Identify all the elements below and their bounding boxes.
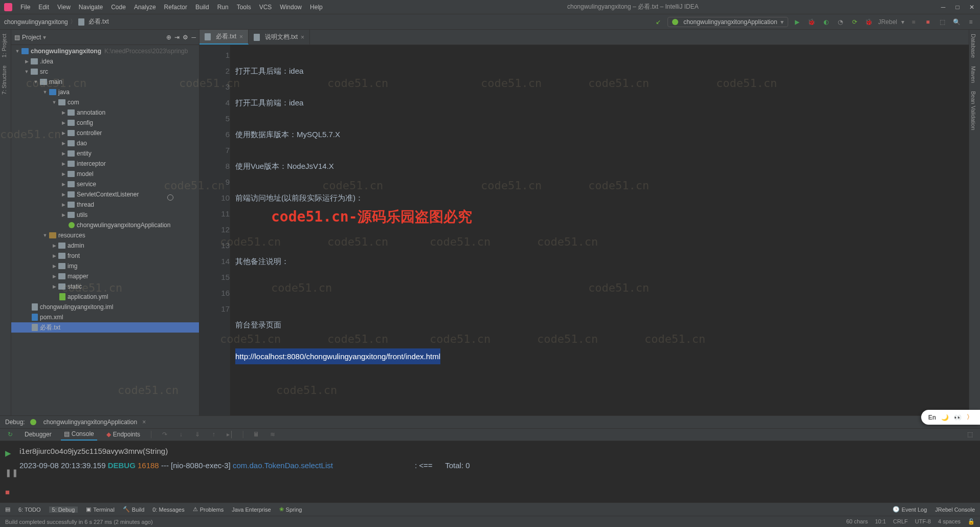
expand-icon[interactable]: ▼ — [32, 79, 40, 84]
debug-tab-endpoints[interactable]: ◆Endpoints — [103, 429, 143, 441]
jrebel-label[interactable]: JRebel — [878, 18, 897, 26]
bottom-tab-problems[interactable]: ⚠Problems — [193, 506, 224, 513]
rerun-icon[interactable]: ↻ — [5, 429, 15, 440]
status-line-sep[interactable]: CRLF — [893, 518, 908, 525]
collapse-icon[interactable]: ▶ — [59, 182, 68, 187]
tree-main[interactable]: ▼main — [11, 77, 199, 87]
tree-src[interactable]: ▼src — [11, 67, 199, 77]
tree-com[interactable]: ▼com — [11, 97, 199, 107]
tree-res-static[interactable]: ▶static — [11, 281, 199, 292]
ime-floater[interactable]: En 🌙 👀 〉 — [921, 410, 980, 425]
code-line[interactable] — [235, 222, 964, 237]
collapse-icon[interactable]: ▶ — [59, 130, 68, 136]
tree-res-img[interactable]: ▶img — [11, 261, 199, 271]
debug-button[interactable]: 🐞 — [807, 17, 817, 27]
tree-iml[interactable]: chongwulingyangxitong.iml — [11, 302, 199, 312]
menu-code[interactable]: Code — [107, 0, 130, 14]
tab-bikan[interactable]: 必看.txt × — [199, 30, 249, 45]
tree-pkg-config[interactable]: ▶config — [11, 118, 199, 128]
code-line[interactable]: 前台登录页面 — [235, 317, 964, 333]
collapse-icon[interactable]: ▶ — [59, 202, 68, 207]
breadcrumb-root[interactable]: chongwulingyangxitong — [4, 18, 68, 26]
tree-pkg-entity[interactable]: ▶entity — [11, 148, 199, 159]
minimize-panel-icon[interactable]: ─ — [191, 34, 196, 41]
coverage-button[interactable]: ◐ — [821, 17, 831, 27]
collapse-icon[interactable]: ▶ — [59, 212, 68, 217]
tree-res-front[interactable]: ▶front — [11, 251, 199, 261]
menu-help[interactable]: Help — [306, 0, 327, 14]
bottom-tab-todo[interactable]: 6: TODO — [18, 507, 41, 513]
tree-pkg-interceptor[interactable]: ▶interceptor — [11, 159, 199, 169]
tree-java[interactable]: ▼java — [11, 87, 199, 97]
force-step-into-icon[interactable]: ⇓ — [192, 429, 203, 440]
tree-pom[interactable]: pom.xml — [11, 312, 199, 322]
bottom-tab-build[interactable]: 🔨Build — [123, 506, 144, 513]
tree-pkg-annotation[interactable]: ▶annotation — [11, 107, 199, 118]
collapse-icon[interactable]: ▶ — [59, 171, 68, 177]
code-line[interactable]: 前端访问地址(以前段实际运行为准)： — [235, 190, 964, 206]
tree-pkg-controller[interactable]: ▶controller — [11, 128, 199, 138]
code-text[interactable]: 打开工具后端：idea 打开工具前端：idea 使用数据库版本：MySQL5.7… — [230, 45, 969, 415]
bottom-tab-eventlog[interactable]: 🕒Event Log — [893, 506, 927, 513]
expand-icon[interactable]: ▼ — [13, 49, 21, 54]
jrebel-run-icon[interactable]: ⟳ — [850, 17, 860, 27]
collapse-icon[interactable]: ▶ — [23, 59, 31, 64]
tree-application-yml[interactable]: application.yml — [11, 292, 199, 302]
gear-icon[interactable]: ⚙ — [183, 34, 188, 41]
bottom-tab-debug[interactable]: 5: Debug — [49, 507, 78, 513]
tree-res-mapper[interactable]: ▶mapper — [11, 271, 199, 281]
trace-icon[interactable]: ≋ — [268, 429, 278, 440]
search-everywhere-icon[interactable]: 🔍 — [951, 17, 962, 27]
code-line[interactable]: 打开工具后端：idea — [235, 63, 964, 79]
chevron-down-icon[interactable]: ▾ — [901, 18, 904, 26]
menu-analyze[interactable]: Analyze — [130, 0, 160, 14]
menu-build[interactable]: Build — [191, 0, 213, 14]
collapse-icon[interactable]: ▶ — [59, 110, 68, 115]
code-line[interactable]: 使用Vue版本：NodeJsV14.X — [235, 158, 964, 174]
layout-settings-icon[interactable]: ⬚ — [965, 429, 975, 440]
menu-run[interactable]: Run — [213, 0, 233, 14]
menu-vcs[interactable]: VCS — [255, 0, 276, 14]
collapse-icon[interactable]: ▶ — [50, 274, 58, 279]
tool-tab-beanvalidation[interactable]: Bean Validation — [969, 87, 977, 134]
project-tree[interactable]: ▼ chongwulingyangxitong K:\needProccess\… — [11, 45, 199, 415]
breadcrumb-file[interactable]: 必看.txt — [88, 17, 109, 26]
tool-tab-project[interactable]: 1: Project — [0, 30, 8, 61]
tree-res-admin[interactable]: ▶admin — [11, 240, 199, 251]
tree-bikan[interactable]: 必看.txt — [11, 322, 199, 333]
tree-pkg-service[interactable]: ▶service — [11, 179, 199, 189]
bottom-tab-javaee[interactable]: Java Enterprise — [232, 507, 271, 513]
code-line[interactable]: 后台登录页面 — [235, 412, 964, 415]
run-button[interactable]: ▶ — [792, 17, 803, 27]
debug-tab-debugger[interactable]: Debugger — [21, 429, 55, 441]
debug-tab-console[interactable]: ▤Console — [61, 429, 97, 441]
collapse-icon[interactable]: ▶ — [59, 141, 68, 146]
menu-refactor[interactable]: Refactor — [160, 0, 191, 14]
code-line[interactable] — [235, 285, 964, 301]
menu-edit[interactable]: Edit — [34, 0, 53, 14]
step-into-icon[interactable]: ↓ — [176, 429, 186, 440]
layout-icon[interactable]: ⬚ — [937, 17, 947, 27]
code-line[interactable]: 打开工具前端：idea — [235, 95, 964, 111]
tree-root[interactable]: ▼ chongwulingyangxitong K:\needProccess\… — [11, 46, 199, 56]
collapse-icon[interactable]: ▶ — [59, 120, 68, 125]
debug-console[interactable]: ▶ ❚❚ ■ i1er8jiurc0o4o9jyz5c1159avyw3mrw(… — [0, 441, 980, 502]
minimize-icon[interactable]: ─ — [939, 4, 947, 11]
close-tab-icon[interactable]: × — [239, 33, 243, 40]
expand-icon[interactable]: ▼ — [23, 69, 31, 74]
expand-icon[interactable]: ▼ — [50, 100, 58, 105]
close-debug-tab-icon[interactable]: × — [142, 419, 146, 426]
status-indent[interactable]: 4 spaces — [938, 518, 961, 525]
tree-idea[interactable]: ▶.idea — [11, 56, 199, 67]
status-encoding[interactable]: UTF-8 — [915, 518, 931, 525]
emoji-icon[interactable]: 👀 — [954, 414, 962, 421]
close-icon[interactable]: ✕ — [968, 4, 976, 11]
code-line[interactable]: 其他备注说明： — [235, 253, 964, 269]
editor-content[interactable]: 1 2 3 4 5 6 7 8 9 10 11 12 13 14 15 16 1… — [199, 45, 969, 415]
tool-tab-structure[interactable]: 7: Structure — [0, 61, 8, 99]
collapse-icon[interactable]: ▶ — [50, 264, 58, 269]
collapse-icon[interactable]: ▶ — [59, 151, 68, 156]
collapse-icon[interactable]: ▶ — [50, 243, 58, 248]
readonly-icon[interactable]: 🔓 — [968, 518, 975, 525]
menu-file[interactable]: File — [16, 0, 34, 14]
